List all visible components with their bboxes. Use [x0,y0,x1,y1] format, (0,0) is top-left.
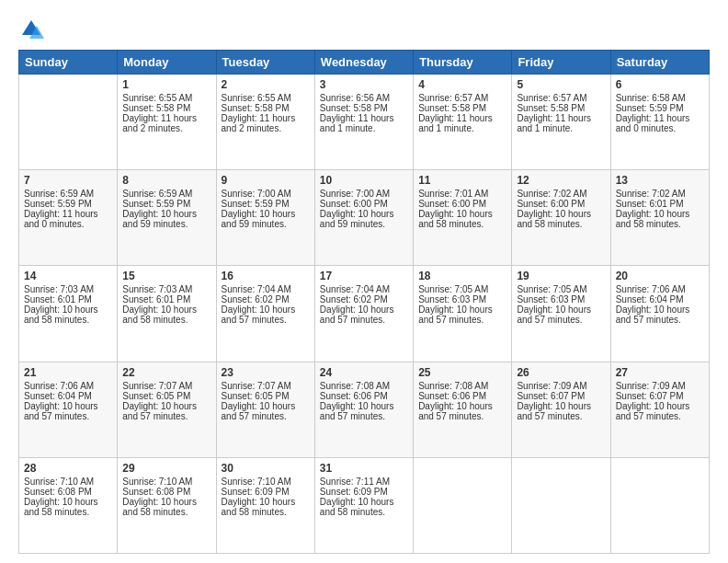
day-number: 30 [222,462,310,475]
cell-text: and 57 minutes. [320,411,408,421]
cell-text: Sunset: 6:00 PM [418,199,506,209]
calendar-cell: 11Sunrise: 7:01 AMSunset: 6:00 PMDayligh… [414,170,512,266]
day-number: 16 [222,270,310,282]
cell-text: and 0 minutes. [24,219,112,229]
cell-text: Daylight: 11 hours [616,113,704,123]
day-number: 1 [122,78,210,91]
cell-text: Sunset: 5:58 PM [320,103,408,113]
day-number: 8 [122,174,210,187]
calendar-cell: 20Sunrise: 7:06 AMSunset: 6:04 PMDayligh… [610,266,709,362]
calendar-cell: 27Sunrise: 7:09 AMSunset: 6:07 PMDayligh… [610,362,709,457]
calendar-cell: 21Sunrise: 7:06 AMSunset: 6:04 PMDayligh… [19,362,118,457]
cell-text: Sunset: 6:05 PM [122,391,210,401]
cell-text: Daylight: 10 hours [418,401,506,411]
cell-text: Daylight: 10 hours [222,497,310,507]
cell-text: Daylight: 10 hours [320,304,408,315]
cell-text: and 57 minutes. [616,315,704,325]
header-day: Monday [118,51,216,75]
cell-text: Sunset: 6:07 PM [616,391,704,401]
cell-text: Sunrise: 7:06 AM [24,381,112,391]
day-number: 15 [122,270,210,282]
cell-text: Daylight: 10 hours [320,209,408,219]
cell-text: and 58 minutes. [418,219,506,229]
cell-text: Sunset: 6:06 PM [320,391,408,401]
cell-text: and 1 minute. [320,123,408,133]
cell-text: Sunrise: 7:05 AM [517,284,605,294]
calendar-cell [512,457,610,553]
cell-text: Sunrise: 6:55 AM [222,93,310,103]
cell-text: and 58 minutes. [24,507,112,517]
cell-text: Daylight: 10 hours [222,304,310,315]
cell-text: and 58 minutes. [122,315,210,325]
calendar-cell: 16Sunrise: 7:04 AMSunset: 6:02 PMDayligh… [216,266,314,362]
day-number: 10 [320,174,408,187]
calendar-cell [610,457,709,553]
calendar-cell: 18Sunrise: 7:05 AMSunset: 6:03 PMDayligh… [414,266,512,362]
cell-text: and 57 minutes. [517,315,605,325]
cell-text: and 57 minutes. [24,411,112,421]
header-day: Tuesday [216,51,314,75]
cell-text: Daylight: 10 hours [222,401,310,411]
cell-text: Daylight: 10 hours [24,401,112,411]
day-number: 7 [24,174,112,187]
cell-text: Sunrise: 7:09 AM [616,381,704,391]
cell-text: Sunset: 5:59 PM [616,103,704,113]
calendar-cell: 25Sunrise: 7:08 AMSunset: 6:06 PMDayligh… [414,362,512,457]
cell-text: Sunset: 6:02 PM [222,294,310,304]
cell-text: Daylight: 10 hours [616,209,704,219]
day-number: 24 [320,366,408,379]
day-number: 19 [517,270,605,282]
cell-text: Sunrise: 6:57 AM [418,93,506,103]
cell-text: Daylight: 10 hours [222,209,310,219]
day-number: 3 [320,78,408,91]
cell-text: Sunset: 6:06 PM [418,391,506,401]
header-day: Friday [512,51,610,75]
day-number: 31 [320,462,408,475]
cell-text: Daylight: 10 hours [24,304,112,315]
cell-text: Daylight: 10 hours [616,401,704,411]
header-day: Saturday [610,51,709,75]
calendar-cell: 7Sunrise: 6:59 AMSunset: 5:59 PMDaylight… [19,170,118,266]
cell-text: and 57 minutes. [616,411,704,421]
calendar-cell: 28Sunrise: 7:10 AMSunset: 6:08 PMDayligh… [19,457,118,553]
calendar-cell: 31Sunrise: 7:11 AMSunset: 6:09 PMDayligh… [314,457,413,553]
cell-text: and 58 minutes. [24,315,112,325]
day-number: 26 [517,366,605,379]
cell-text: Sunrise: 7:03 AM [24,284,112,294]
cell-text: Sunrise: 7:04 AM [320,284,408,294]
cell-text: Sunrise: 7:03 AM [122,284,210,294]
calendar-cell: 19Sunrise: 7:05 AMSunset: 6:03 PMDayligh… [512,266,610,362]
cell-text: Sunset: 5:58 PM [517,103,605,113]
day-number: 17 [320,270,408,282]
day-number: 23 [222,366,310,379]
cell-text: Sunset: 6:02 PM [320,294,408,304]
cell-text: Daylight: 10 hours [517,209,605,219]
cell-text: Daylight: 10 hours [24,497,112,507]
cell-text: Daylight: 10 hours [122,304,210,315]
day-number: 20 [616,270,704,282]
calendar-cell: 9Sunrise: 7:00 AMSunset: 5:59 PMDaylight… [216,170,314,266]
calendar-cell: 14Sunrise: 7:03 AMSunset: 6:01 PMDayligh… [19,266,118,362]
cell-text: Sunrise: 7:07 AM [122,381,210,391]
cell-text: Sunset: 5:58 PM [122,103,210,113]
calendar-cell: 6Sunrise: 6:58 AMSunset: 5:59 PMDaylight… [610,75,709,170]
day-number: 28 [24,462,112,475]
calendar-cell: 12Sunrise: 7:02 AMSunset: 6:00 PMDayligh… [512,170,610,266]
header-day: Sunday [19,51,118,75]
cell-text: and 57 minutes. [418,411,506,421]
cell-text: Sunrise: 7:10 AM [122,477,210,487]
cell-text: Daylight: 10 hours [122,209,210,219]
calendar-cell: 24Sunrise: 7:08 AMSunset: 6:06 PMDayligh… [314,362,413,457]
cell-text: and 57 minutes. [222,411,310,421]
cell-text: Sunrise: 7:00 AM [222,189,310,199]
day-number: 21 [24,366,112,379]
header-day: Thursday [414,51,512,75]
header-row: SundayMondayTuesdayWednesdayThursdayFrid… [19,51,710,75]
day-number: 27 [616,366,704,379]
cell-text: Sunset: 6:08 PM [24,487,112,497]
calendar-cell: 2Sunrise: 6:55 AMSunset: 5:58 PMDaylight… [216,75,314,170]
cell-text: Sunrise: 7:02 AM [517,189,605,199]
cell-text: Sunset: 6:08 PM [122,487,210,497]
cell-text: Daylight: 10 hours [517,304,605,315]
day-number: 9 [222,174,310,187]
